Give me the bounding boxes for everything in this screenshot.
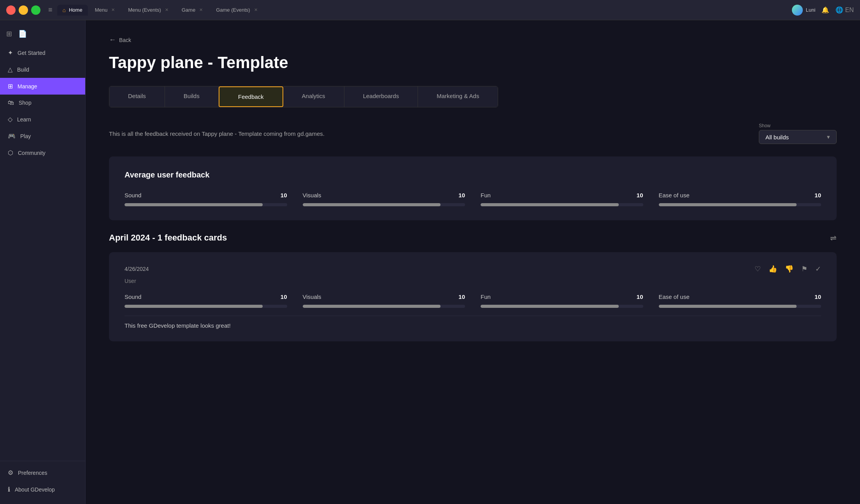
tab-game-close[interactable]: ✕ [198, 7, 204, 13]
fb-sound-label: Sound [125, 293, 141, 300]
show-dropdown-value: All builds [765, 134, 789, 140]
get-started-icon: ✦ [8, 49, 13, 56]
fb-fun-label: Fun [481, 293, 491, 300]
tab-menu-events-label: Menu (Events) [128, 7, 161, 13]
show-all-builds-dropdown[interactable]: All builds ▾ [759, 130, 837, 144]
avg-visuals-metric: Visuals 10 [303, 192, 465, 206]
fb-ease-bar-bg [659, 305, 821, 308]
fb-ease-label: Ease of use [659, 293, 690, 300]
user-badge[interactable]: Luni [792, 5, 816, 16]
tab-game-events[interactable]: Game (Events) ✕ [211, 4, 263, 16]
tab-game-events-close[interactable]: ✕ [253, 7, 258, 13]
avg-sound-label: Sound [125, 192, 141, 198]
feedback-date: 4/26/2024 [125, 266, 149, 272]
fb-fun-metric: Fun 10 [481, 293, 643, 308]
traffic-lights [6, 5, 40, 15]
avg-ease-label: Ease of use [659, 192, 690, 198]
sidebar-item-build-label: Build [17, 67, 29, 73]
sidebar-item-play[interactable]: 🎮 Play [0, 128, 85, 144]
shop-icon: 🛍 [8, 99, 14, 106]
language-selector[interactable]: 🌐 EN [835, 6, 854, 14]
layout-icon[interactable]: ⊞ [6, 30, 12, 38]
back-label: Back [119, 37, 131, 43]
home-icon: ⌂ [63, 7, 66, 13]
fb-visuals-bar-bg [303, 305, 465, 308]
avatar [792, 5, 803, 16]
fb-ease-header: Ease of use 10 [659, 293, 821, 300]
page-tabs-nav: Details Builds Feedback Analytics Leader… [109, 86, 498, 107]
back-arrow-icon: ← [109, 36, 116, 44]
sidebar-item-preferences-label: Preferences [18, 470, 47, 476]
feedback-comment: This free GDevelop template looks great! [125, 316, 821, 329]
sidebar-top-icons: ⊞ 📄 [0, 26, 85, 44]
tab-leaderboards[interactable]: Leaderboards [344, 86, 418, 107]
tab-game-events-label: Game (Events) [216, 7, 250, 13]
tab-home[interactable]: ⌂ Home [57, 5, 88, 16]
feedback-metrics-row: Sound 10 Visuals 10 [125, 293, 821, 308]
tab-analytics[interactable]: Analytics [283, 86, 344, 107]
sidebar-item-community-label: Community [18, 150, 46, 156]
filter-row: This is all the feedback received on Tap… [109, 123, 837, 144]
fb-fun-bar-fill [481, 305, 619, 308]
tab-feedback[interactable]: Feedback [219, 86, 283, 107]
tab-menu-events[interactable]: Menu (Events) ✕ [123, 4, 175, 16]
avg-ease-value: 10 [814, 192, 821, 198]
thumbs-down-icon[interactable]: 👎 [785, 265, 793, 273]
minimize-button[interactable] [19, 5, 28, 15]
average-feedback-title: Average user feedback [125, 170, 821, 179]
fb-visuals-bar-fill [303, 305, 441, 308]
maximize-button[interactable] [31, 5, 40, 15]
sidebar-item-learn[interactable]: ◇ Learn [0, 111, 85, 128]
avg-visuals-value: 10 [458, 192, 465, 198]
sidebar-item-learn-label: Learn [17, 116, 31, 123]
menu-icon[interactable]: ≡ [48, 6, 53, 14]
avg-sound-bar-fill [125, 203, 263, 206]
tab-menu-events-close[interactable]: ✕ [164, 7, 169, 13]
tab-details[interactable]: Details [109, 86, 165, 107]
avg-sound-bar-bg [125, 203, 287, 206]
fb-fun-value: 10 [637, 293, 643, 300]
feedback-item-card: 4/26/2024 ♡ 👍 👎 ⚑ ✓ User Sound 10 [109, 252, 837, 341]
filter-adjust-icon[interactable]: ⇌ [830, 233, 837, 242]
tab-builds[interactable]: Builds [165, 86, 219, 107]
manage-icon: ⊞ [8, 83, 13, 90]
sidebar-item-get-started-label: Get Started [18, 50, 46, 56]
sidebar-item-get-started[interactable]: ✦ Get Started [0, 44, 85, 61]
average-metrics-row: Sound 10 Visuals 10 [125, 192, 821, 206]
preferences-icon: ⚙ [8, 469, 13, 476]
back-button[interactable]: ← Back [109, 36, 837, 44]
tab-game[interactable]: Game ✕ [176, 4, 209, 16]
build-icon: △ [8, 66, 12, 73]
sidebar-item-shop[interactable]: 🛍 Shop [0, 95, 85, 111]
avg-ease-metric: Ease of use 10 [659, 192, 821, 206]
thumbs-up-icon[interactable]: 👍 [769, 265, 777, 273]
avg-fun-metric: Fun 10 [481, 192, 643, 206]
avg-visuals-bar-fill [303, 203, 441, 206]
avg-visuals-bar-bg [303, 203, 465, 206]
avg-fun-bar-bg [481, 203, 643, 206]
fb-sound-metric: Sound 10 [125, 293, 287, 308]
close-button[interactable] [6, 5, 16, 15]
tab-menu[interactable]: Menu ✕ [90, 4, 121, 16]
avg-ease-bar-bg [659, 203, 821, 206]
heart-icon[interactable]: ♡ [755, 265, 761, 273]
feedback-item-header: 4/26/2024 ♡ 👍 👎 ⚑ ✓ [125, 265, 821, 273]
check-circle-icon[interactable]: ✓ [815, 265, 821, 273]
sidebar-item-about[interactable]: ℹ About GDevelop [0, 481, 85, 498]
sidebar: ⊞ 📄 ✦ Get Started △ Build ⊞ Manage 🛍 Sho… [0, 20, 86, 504]
notifications-icon[interactable]: 🔔 [821, 6, 829, 14]
tab-menu-close[interactable]: ✕ [111, 7, 116, 13]
sidebar-item-build[interactable]: △ Build [0, 61, 85, 78]
sidebar-item-about-label: About GDevelop [15, 486, 55, 493]
sidebar-item-community[interactable]: ⬡ Community [0, 144, 85, 161]
file-icon[interactable]: 📄 [18, 30, 27, 38]
sidebar-item-preferences[interactable]: ⚙ Preferences [0, 464, 85, 481]
sidebar-bottom: ⚙ Preferences ℹ About GDevelop [0, 461, 85, 498]
sidebar-item-play-label: Play [20, 133, 31, 139]
avg-fun-label: Fun [481, 192, 491, 198]
flag-icon[interactable]: ⚑ [801, 265, 807, 273]
titlebar: ≡ ⌂ Home Menu ✕ Menu (Events) ✕ Game ✕ G… [0, 0, 860, 20]
sidebar-item-manage[interactable]: ⊞ Manage [0, 78, 85, 95]
avg-fun-value: 10 [637, 192, 643, 198]
tab-marketing-ads[interactable]: Marketing & Ads [418, 86, 498, 107]
